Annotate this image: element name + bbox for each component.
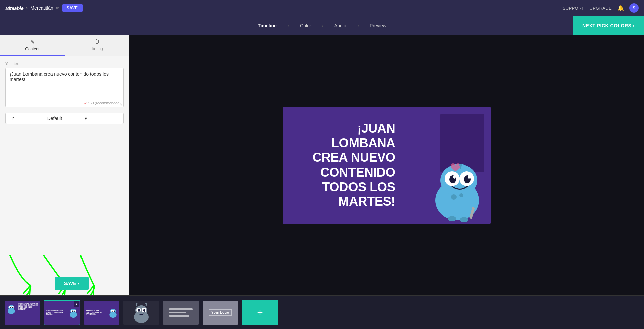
preview-label: Preview — [370, 23, 386, 28]
next-colors-label: NEXT PICK COLORS › — [582, 23, 635, 28]
font-chevron-icon: ▾ — [85, 116, 119, 121]
add-slide-icon: + — [257, 307, 263, 318]
font-value: Default — [47, 116, 82, 121]
slide-main-text: ¡JUAN LOMBANA CREA NUEVO CONTENIDO TODOS… — [300, 121, 395, 209]
filmstrip-item-2[interactable]: JUAN LOMBANA CREA NUEVO CONTENIDO DE TEM… — [44, 300, 80, 325]
content-tab-label: Content — [25, 47, 39, 51]
edit-project-icon[interactable]: ✏ — [56, 6, 59, 10]
filmstrip: ¿TE GUSTARÍA APRENDER MARKETING DIGITAL … — [0, 295, 644, 329]
svg-point-7 — [468, 175, 470, 179]
char-recommended: 50 (recommended) — [90, 101, 121, 105]
your-text-label: Your text — [5, 62, 124, 66]
svg-point-9 — [459, 193, 463, 197]
sidebar-tabs: ✎ Content ⏱ Timing — [0, 35, 129, 56]
sidebar-content: Your text ¡Juan Lombana crea nuevo conte… — [0, 56, 129, 295]
logo-placeholder-text: YourLogo — [209, 309, 232, 316]
app-logo[interactable]: Biteable — [5, 5, 23, 11]
font-select[interactable]: Tr Default ▾ — [5, 113, 124, 124]
save-sidebar-label: SAVE › — [64, 281, 79, 286]
audio-label: Audio — [334, 23, 346, 28]
svg-point-26 — [74, 310, 76, 312]
svg-point-37 — [138, 309, 140, 312]
character-illustration — [420, 143, 487, 224]
svg-point-25 — [72, 310, 73, 312]
sidebar: ✎ Content ⏱ Timing Your text ¡Juan Lomba… — [0, 35, 129, 295]
svg-point-38 — [143, 309, 145, 312]
char-count-separator: / — [87, 101, 90, 105]
text-input[interactable]: ¡Juan Lombana crea nuevo contenido todos… — [6, 68, 123, 98]
pipeline-step-color[interactable]: Color — [289, 23, 322, 28]
filmstrip-item-3[interactable]: ¡APRENDE SOBRE CUALQUIER TEMA DE MARKETI… — [83, 300, 120, 325]
slide-preview: ¡JUAN LOMBANA CREA NUEVO CONTENIDO TODOS… — [283, 107, 491, 224]
pipeline-step-audio[interactable]: Audio — [324, 23, 357, 28]
notification-bell-icon[interactable]: 🔔 — [617, 5, 624, 11]
main-area: ✎ Content ⏱ Timing Your text ¡Juan Lomba… — [0, 35, 644, 295]
support-link[interactable]: SUPPORT — [562, 6, 584, 11]
content-tab-icon: ✎ — [30, 39, 35, 45]
filmstrip-item-4[interactable] — [123, 300, 160, 325]
filmstrip-item-bg-1: ¿TE GUSTARÍA APRENDER MARKETING DIGITAL … — [5, 301, 40, 325]
upgrade-link[interactable]: UPGRADE — [590, 6, 612, 11]
resize-handle-icon[interactable]: ⤡ — [120, 103, 123, 106]
tab-timing[interactable]: ⏱ Timing — [65, 35, 129, 56]
save-button-nav[interactable]: SAVE — [62, 4, 83, 12]
timing-tab-icon: ⏱ — [94, 39, 100, 45]
add-slide-button[interactable]: + — [241, 300, 278, 325]
svg-point-20 — [12, 307, 14, 308]
svg-point-14 — [460, 217, 468, 222]
svg-point-8 — [451, 194, 457, 200]
timeline-label: Timeline — [258, 23, 277, 28]
text-area-wrapper: ¡Juan Lombana crea nuevo contenido todos… — [5, 68, 124, 107]
project-name: Mercatitlán — [30, 5, 53, 11]
timing-tab-label: Timing — [91, 46, 103, 51]
lines-slide-icon — [166, 305, 196, 320]
nav-chevron-icon: › — [26, 6, 28, 10]
svg-point-13 — [448, 216, 456, 221]
tab-content[interactable]: ✎ Content — [0, 35, 65, 56]
filmstrip-up-icon[interactable]: ▲ — [74, 301, 79, 307]
filmstrip-item-bg-5 — [163, 301, 199, 325]
svg-point-31 — [112, 310, 113, 312]
save-button-sidebar[interactable]: SAVE › — [55, 277, 89, 290]
color-label: Color — [300, 23, 311, 28]
next-pick-colors-button[interactable]: NEXT PICK COLORS › — [573, 16, 644, 35]
pipeline-step-timeline[interactable]: Timeline — [247, 23, 287, 28]
preview-area: ¡JUAN LOMBANA CREA NUEVO CONTENIDO TODOS… — [129, 35, 644, 295]
pipeline-step-preview[interactable]: Preview — [359, 23, 397, 28]
filmstrip-item-5[interactable] — [162, 300, 199, 325]
filmstrip-item-bg-6: YourLogo — [203, 301, 238, 325]
top-navigation: Biteable › Mercatitlán ✏ SAVE SUPPORT UP… — [0, 0, 644, 16]
font-type-icon: Tr — [10, 116, 45, 121]
nav-right: SUPPORT UPGRADE 🔔 S — [562, 3, 639, 13]
char-count: 52 / 50 (recommended) — [6, 100, 123, 107]
svg-point-19 — [10, 307, 11, 308]
user-avatar[interactable]: S — [629, 3, 639, 13]
filmstrip-item-1[interactable]: ¿TE GUSTARÍA APRENDER MARKETING DIGITAL … — [4, 300, 41, 325]
svg-point-32 — [114, 310, 115, 312]
filmstrip-item-6[interactable]: YourLogo — [202, 300, 239, 325]
svg-point-6 — [453, 175, 456, 179]
filmstrip-item-bg-3: ¡APRENDE SOBRE CUALQUIER TEMA DE MARKETI… — [84, 301, 119, 325]
pipeline-bar: Timeline › Color › Audio › Preview NEXT … — [0, 16, 644, 35]
nav-left: Biteable › Mercatitlán ✏ SAVE — [5, 4, 83, 12]
filmstrip-item-bg-4 — [123, 301, 159, 325]
char-count-value: 52 — [83, 101, 87, 105]
filmstrip-item-bg-2: JUAN LOMBANA CREA NUEVO CONTENIDO DE TEM… — [44, 301, 80, 325]
